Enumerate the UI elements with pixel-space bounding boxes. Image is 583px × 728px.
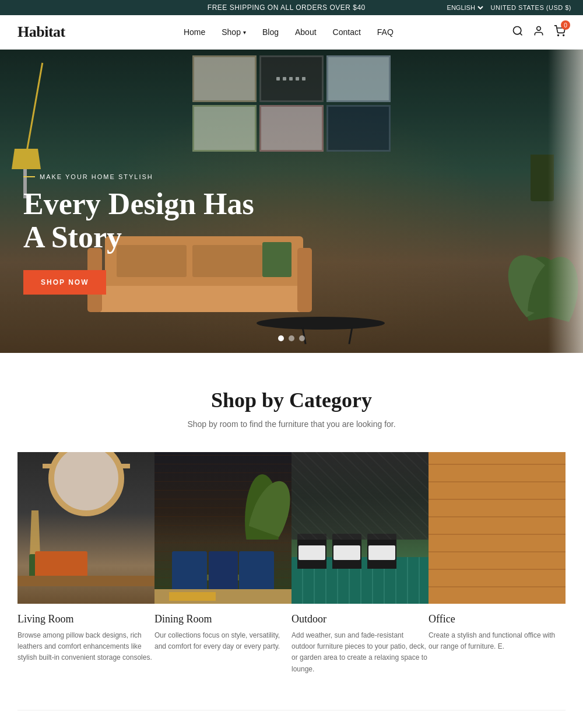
category-info-office: Office Create a stylish and functional o…: [429, 604, 566, 664]
cart-icon[interactable]: 0: [554, 25, 566, 39]
svg-point-3: [558, 35, 559, 36]
category-info-dining: Dining Room Our collections focus on sty…: [154, 604, 292, 664]
category-info-outdoor: Outdoor Add weather, sun and fade-resist…: [292, 604, 429, 687]
category-name-outdoor: Outdoor: [292, 613, 429, 625]
hero-dot-3[interactable]: [299, 335, 305, 341]
hero-section: MAKE YOUR HOME STYLISH Every Design Has …: [0, 50, 583, 353]
svg-point-2: [537, 27, 541, 31]
category-desc-living: Browse among pillow back designs, rich l…: [17, 630, 154, 664]
shipping-notice: FREE SHIPPING ON ALL ORDERS OVER $40: [128, 4, 445, 12]
nav-faq[interactable]: FAQ: [377, 27, 394, 37]
category-card-living[interactable]: Living Room Browse among pillow back des…: [17, 452, 154, 687]
hero-content: MAKE YOUR HOME STYLISH Every Design Has …: [23, 173, 268, 295]
category-name-dining: Dining Room: [154, 613, 292, 625]
svg-line-1: [520, 33, 522, 36]
category-card-office[interactable]: Office Create a stylish and functional o…: [429, 452, 566, 687]
svg-point-4: [563, 35, 564, 36]
account-icon[interactable]: [533, 25, 545, 39]
category-section-title: Shop by Category: [17, 388, 566, 412]
category-name-living: Living Room: [17, 613, 154, 625]
shop-category-section: Shop by Category Shop by room to find th…: [0, 353, 583, 710]
category-grid: Living Room Browse among pillow back des…: [17, 452, 566, 687]
site-header: Habitat Home Shop ▾ Blog About Contact F…: [0, 15, 583, 50]
hero-tagline: MAKE YOUR HOME STYLISH: [23, 173, 268, 180]
svg-point-0: [514, 27, 521, 34]
category-card-outdoor[interactable]: Outdoor Add weather, sun and fade-resist…: [292, 452, 429, 687]
category-desc-dining: Our collections focus on style, versatil…: [154, 630, 292, 652]
search-icon[interactable]: [512, 25, 524, 39]
category-name-office: Office: [429, 613, 566, 625]
nav-home[interactable]: Home: [184, 27, 205, 37]
cart-count: 0: [561, 20, 570, 30]
hero-dot-2[interactable]: [289, 335, 294, 341]
coffee-table: [257, 317, 385, 330]
nav-about[interactable]: About: [295, 27, 317, 37]
nav-blog[interactable]: Blog: [262, 27, 279, 37]
category-desc-office: Create a stylish and functional office w…: [429, 630, 566, 652]
site-logo[interactable]: Habitat: [17, 23, 65, 41]
hero-dots: [278, 335, 305, 341]
nav-shop[interactable]: Shop ▾: [222, 27, 246, 37]
category-desc-outdoor: Add weather, sun and fade-resistant outd…: [292, 630, 429, 675]
nav-contact[interactable]: Contact: [333, 27, 361, 37]
category-section-subtitle: Shop by room to find the furniture that …: [17, 419, 566, 429]
hero-title: Every Design Has A Story: [23, 187, 268, 254]
hero-frames: [192, 55, 391, 152]
hero-curtain: [548, 50, 583, 353]
main-nav: Home Shop ▾ Blog About Contact FAQ: [184, 27, 394, 37]
hero-dot-1[interactable]: [278, 335, 284, 341]
language-select[interactable]: ENGLISH: [445, 4, 485, 12]
chevron-down-icon: ▾: [243, 29, 246, 36]
category-card-dining[interactable]: Dining Room Our collections focus on sty…: [154, 452, 292, 687]
top-bar: FREE SHIPPING ON ALL ORDERS OVER $40 ENG…: [0, 0, 583, 15]
header-icons: 0: [512, 25, 566, 39]
category-info-living: Living Room Browse among pillow back des…: [17, 604, 154, 676]
shop-now-button[interactable]: SHOP NOW: [23, 270, 106, 295]
top-bar-right: ENGLISH UNITED STATES (USD $): [445, 4, 571, 12]
brands-section: J JARDAN vitra. Allermuir MOROSO™ FortyW…: [17, 710, 566, 728]
currency-selector[interactable]: UNITED STATES (USD $): [491, 4, 571, 11]
